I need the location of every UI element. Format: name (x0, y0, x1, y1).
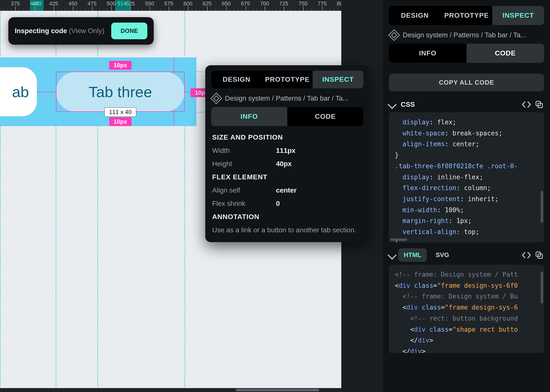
scrollbar-thumb-horizontal[interactable] (236, 389, 319, 391)
panel-mode-tabs: DESIGN PROTOTYPE INSPECT (211, 71, 363, 88)
inspect-pill-subtitle: (View Only) (69, 27, 104, 35)
component-icon (388, 29, 400, 41)
scrollbar-thumb-vertical[interactable] (541, 191, 543, 223)
label-width: Width (212, 147, 276, 155)
copy-icon[interactable] (534, 250, 544, 260)
tab-prototype[interactable]: PROTOTYPE (441, 6, 493, 25)
copy-all-code-button[interactable]: COPY ALL CODE (389, 74, 544, 91)
subtab-code[interactable]: CODE (287, 107, 363, 126)
padding-badge-top: 10px (109, 61, 132, 70)
scrollbar-thumb-vertical[interactable] (541, 272, 543, 303)
scrollbar-thumb-horizontal[interactable] (390, 238, 407, 241)
tab-three[interactable]: Tab three (56, 72, 185, 112)
horizontal-ruler[interactable]: 3754004254504755005255505756006256506757… (0, 0, 341, 11)
code-brackets-icon[interactable] (522, 250, 531, 260)
sidebar-mode-tabs: DESIGN PROTOTYPE INSPECT (389, 6, 544, 25)
tab-three-label: Tab three (89, 83, 152, 101)
inspect-pill-title: Inspecting code (15, 27, 67, 35)
tab-inspect[interactable]: INSPECT (313, 71, 363, 88)
component-icon (210, 92, 222, 104)
done-button[interactable]: DONE (111, 23, 147, 39)
canvas-horizontal-scrollbar[interactable] (0, 388, 341, 392)
code-brackets-icon[interactable] (522, 100, 531, 109)
subtab-info[interactable]: INFO (389, 44, 467, 63)
breadcrumb[interactable]: Design system / Patterns / Tab bar / Ta.… (403, 31, 526, 39)
section-annotation: ANNOTATION (212, 213, 362, 221)
tab-previous[interactable]: ab (0, 67, 37, 116)
value-width[interactable]: 111px (276, 147, 295, 155)
right-sidebar: DESIGN PROTOTYPE INSPECT Design system /… (383, 0, 550, 392)
code-lang-svg[interactable]: SVG (430, 248, 454, 262)
code-section-title-css: CSS (398, 101, 519, 108)
annotation-text: Use as a link or a button to another tab… (212, 225, 362, 235)
dimension-badge: 111 x 40 (104, 107, 136, 117)
section-flex-element: FLEX ELEMENT (212, 173, 362, 181)
tab-design[interactable]: DESIGN (389, 6, 441, 25)
code-lang-html[interactable]: HTML (398, 248, 427, 262)
label-height: Height (212, 160, 276, 168)
tab-design[interactable]: DESIGN (211, 71, 262, 88)
value-align-self[interactable]: center (276, 186, 297, 194)
label-align-self: Align self (212, 186, 276, 194)
subtab-info[interactable]: INFO (211, 107, 287, 126)
value-height[interactable]: 40px (276, 160, 292, 168)
sidebar-subtabs: INFO CODE (389, 44, 544, 63)
label-flex-shrink: Flex shrink (212, 200, 276, 208)
tab-inspect[interactable]: INSPECT (492, 6, 544, 25)
tab-previous-label: ab (12, 83, 29, 101)
chevron-down-icon[interactable] (388, 100, 397, 109)
breadcrumb[interactable]: Design system / Patterns / Tab bar / Ta.… (225, 94, 348, 102)
section-size-position: SIZE AND POSITION (212, 133, 362, 141)
html-code-block[interactable]: <!-- frame: Design system / Patt<div cla… (389, 265, 544, 353)
padding-badge-bottom: 10px (109, 117, 132, 126)
css-code-block[interactable]: display: flex; white-space: break-spaces… (389, 112, 544, 242)
value-flex-shrink[interactable]: 0 (276, 200, 280, 208)
chevron-down-icon[interactable] (388, 250, 397, 260)
inspect-floating-panel[interactable]: DESIGN PROTOTYPE INSPECT Design system /… (205, 65, 369, 242)
inspect-mode-pill: Inspecting code (View Only) DONE (8, 17, 154, 45)
panel-subtabs: INFO CODE (211, 107, 363, 126)
copy-icon[interactable] (534, 100, 544, 109)
subtab-code[interactable]: CODE (467, 44, 544, 63)
tab-prototype[interactable]: PROTOTYPE (262, 71, 313, 88)
